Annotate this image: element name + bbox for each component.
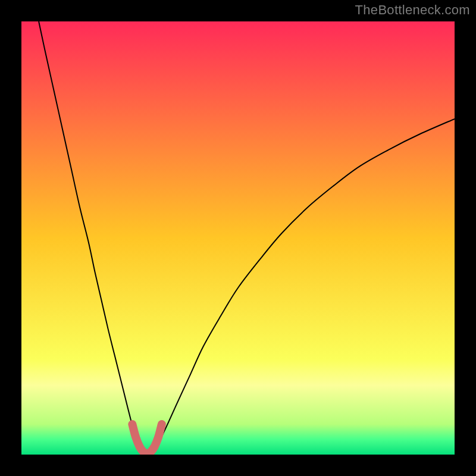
bottleneck-chart [0,0,476,476]
chart-frame: TheBottleneck.com [0,0,476,476]
svg-rect-1 [21,21,455,455]
watermark-text: TheBottleneck.com [355,2,470,18]
